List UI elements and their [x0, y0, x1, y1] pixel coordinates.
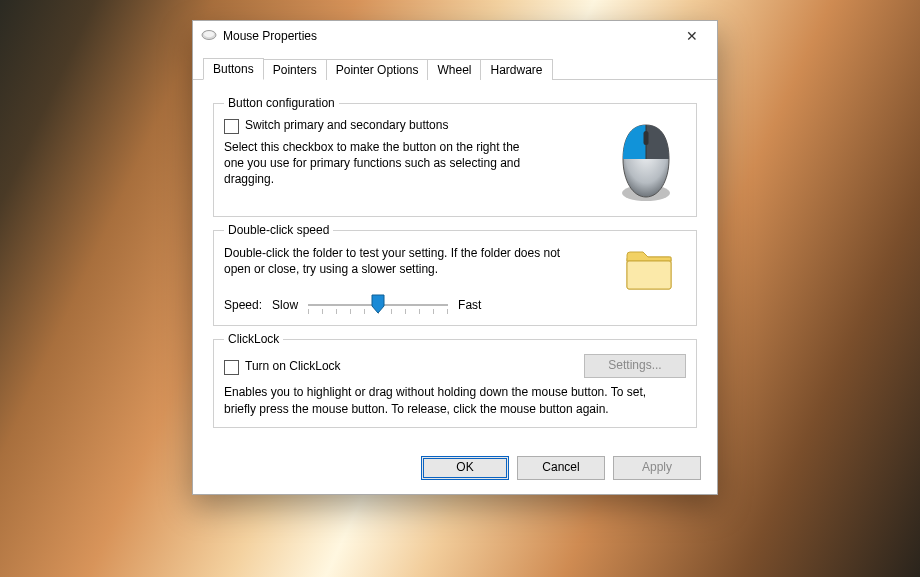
mouse-illustration	[606, 118, 686, 206]
clicklock-checkbox[interactable]	[224, 360, 239, 375]
slider-thumb[interactable]	[371, 294, 385, 314]
ok-button[interactable]: OK	[421, 456, 509, 480]
tab-pointers[interactable]: Pointers	[263, 59, 327, 80]
double-click-speed-slider[interactable]	[308, 295, 448, 315]
group-button-configuration: Button configuration Switch primary and …	[213, 96, 697, 217]
clicklock-checkbox-row[interactable]: Turn on ClickLock	[224, 359, 584, 374]
mouse-properties-dialog: Mouse Properties ✕ Buttons Pointers Poin…	[192, 20, 718, 495]
group-double-click-speed: Double-click speed Double-click the fold…	[213, 223, 697, 326]
group-clicklock: ClickLock Turn on ClickLock Settings... …	[213, 332, 697, 427]
clicklock-settings-button: Settings...	[584, 354, 686, 378]
speed-fast-label: Fast	[458, 298, 481, 312]
button-config-description: Select this checkbox to make the button …	[224, 139, 524, 188]
group-legend-clicklock: ClickLock	[224, 332, 283, 346]
tab-buttons[interactable]: Buttons	[203, 58, 264, 80]
window-title: Mouse Properties	[223, 29, 317, 43]
svg-rect-6	[627, 261, 671, 289]
tab-hardware[interactable]: Hardware	[480, 59, 552, 80]
clicklock-description: Enables you to highlight or drag without…	[224, 384, 654, 416]
cancel-button[interactable]: Cancel	[517, 456, 605, 480]
switch-buttons-checkbox[interactable]	[224, 119, 239, 134]
mouse-icon	[201, 29, 217, 44]
speed-slow-label: Slow	[272, 298, 298, 312]
desktop-background: Mouse Properties ✕ Buttons Pointers Poin…	[0, 0, 920, 577]
titlebar: Mouse Properties ✕	[193, 21, 717, 51]
close-button[interactable]: ✕	[671, 22, 713, 50]
group-legend-button-config: Button configuration	[224, 96, 339, 110]
tab-wheel[interactable]: Wheel	[427, 59, 481, 80]
switch-buttons-checkbox-row[interactable]: Switch primary and secondary buttons	[224, 118, 596, 133]
tab-pointer-options[interactable]: Pointer Options	[326, 59, 429, 80]
speed-label: Speed:	[224, 298, 262, 312]
double-click-test-folder[interactable]	[614, 245, 686, 295]
switch-buttons-label: Switch primary and secondary buttons	[245, 118, 448, 132]
tabstrip: Buttons Pointers Pointer Options Wheel H…	[193, 51, 717, 80]
svg-point-1	[204, 31, 214, 37]
group-legend-double-click: Double-click speed	[224, 223, 333, 237]
double-click-description: Double-click the folder to test your set…	[224, 245, 564, 277]
clicklock-checkbox-label: Turn on ClickLock	[245, 359, 341, 373]
apply-button: Apply	[613, 456, 701, 480]
dialog-button-bar: OK Cancel Apply	[193, 446, 717, 494]
tab-panel-buttons: Button configuration Switch primary and …	[193, 80, 717, 446]
